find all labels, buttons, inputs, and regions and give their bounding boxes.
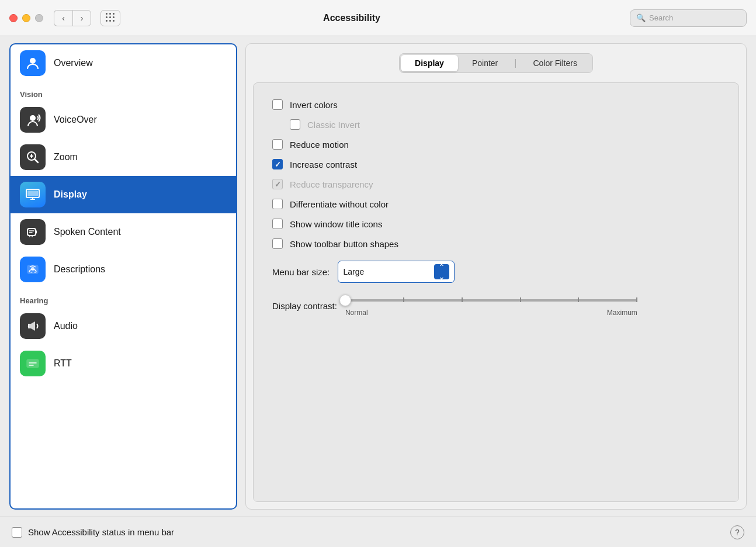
menu-bar-size-value: Large bbox=[343, 267, 434, 276]
differentiate-color-label: Differentiate without color bbox=[290, 199, 389, 209]
overview-icon bbox=[20, 50, 46, 76]
minimize-button[interactable] bbox=[22, 14, 30, 22]
classic-invert-row: Classic Invert bbox=[290, 119, 720, 130]
contrast-slider-container: Normal Maximum bbox=[345, 295, 637, 317]
sidebar-voiceover-label: VoiceOver bbox=[54, 115, 97, 125]
svg-rect-9 bbox=[27, 191, 38, 196]
voiceover-icon bbox=[20, 107, 46, 133]
tick bbox=[462, 297, 463, 302]
rtt-icon bbox=[20, 351, 46, 376]
show-toolbar-shapes-checkbox[interactable] bbox=[272, 238, 283, 249]
sidebar: Overview Vision VoiceOver bbox=[9, 43, 237, 510]
checkmark-icon: ✓ bbox=[275, 160, 281, 169]
svg-rect-18 bbox=[27, 359, 39, 368]
tabs-container: Display Pointer | Color Filters bbox=[246, 44, 746, 78]
dropdown-arrows-icon: ⌃⌄ bbox=[434, 264, 449, 279]
show-title-icons-checkbox[interactable] bbox=[272, 219, 283, 229]
slider-line bbox=[345, 299, 637, 302]
status-menu-bar-row: Show Accessibility status in menu bar bbox=[12, 527, 174, 538]
slider-min-label: Normal bbox=[345, 309, 368, 317]
page-title: Accessibility bbox=[81, 13, 623, 23]
svg-rect-10 bbox=[27, 229, 36, 236]
spoken-content-icon bbox=[20, 219, 46, 245]
slider-labels: Normal Maximum bbox=[345, 309, 637, 317]
reduce-transparency-label: Reduce transparency bbox=[290, 179, 373, 189]
right-panel: Display Pointer | Color Filters Invert c… bbox=[245, 43, 747, 510]
sidebar-display-label: Display bbox=[54, 189, 87, 200]
vision-section-header: Vision bbox=[11, 82, 236, 101]
display-icon bbox=[20, 182, 46, 207]
fullscreen-button[interactable] bbox=[35, 14, 43, 22]
sidebar-item-descriptions[interactable]: " " Descriptions bbox=[11, 251, 236, 288]
status-menu-bar-label: Show Accessibility status in menu bar bbox=[28, 527, 174, 537]
slider-ticks bbox=[345, 299, 637, 302]
sidebar-item-audio[interactable]: Audio bbox=[11, 307, 236, 345]
sidebar-item-spoken-content[interactable]: Spoken Content bbox=[11, 213, 236, 251]
svg-point-1 bbox=[30, 115, 36, 121]
tick bbox=[520, 297, 521, 302]
classic-invert-checkbox[interactable] bbox=[290, 119, 300, 130]
tick bbox=[578, 297, 579, 302]
differentiate-color-checkbox[interactable] bbox=[272, 199, 283, 209]
sidebar-audio-label: Audio bbox=[54, 321, 78, 331]
contrast-label: Display contrast: bbox=[272, 301, 337, 311]
reduce-motion-row: Reduce motion bbox=[272, 139, 720, 150]
differentiate-color-row: Differentiate without color bbox=[272, 199, 720, 209]
tab-group: Display Pointer | Color Filters bbox=[399, 53, 593, 73]
tab-display[interactable]: Display bbox=[401, 55, 458, 71]
bottom-bar: Show Accessibility status in menu bar ? bbox=[0, 517, 756, 547]
svg-text:": " bbox=[34, 271, 36, 276]
content-area: Invert colors Classic Invert Reduce moti… bbox=[253, 82, 739, 502]
audio-icon bbox=[20, 313, 46, 339]
close-button[interactable] bbox=[9, 14, 18, 22]
tick bbox=[403, 297, 404, 302]
sidebar-item-zoom[interactable]: Zoom bbox=[11, 139, 236, 176]
reduce-transparency-checkbox[interactable]: ✓ bbox=[272, 179, 283, 189]
show-title-icons-label: Show window title icons bbox=[290, 219, 382, 229]
search-placeholder: Search bbox=[649, 13, 673, 22]
help-button[interactable]: ? bbox=[730, 525, 744, 539]
sidebar-overview-label: Overview bbox=[54, 58, 93, 68]
zoom-icon bbox=[20, 144, 46, 170]
search-icon: 🔍 bbox=[636, 13, 646, 22]
descriptions-icon: " " bbox=[20, 257, 46, 282]
increase-contrast-checkbox[interactable]: ✓ bbox=[272, 159, 283, 169]
menu-bar-size-label: Menu bar size: bbox=[272, 267, 330, 277]
sidebar-item-display[interactable]: Display bbox=[11, 176, 236, 213]
menu-bar-size-dropdown[interactable]: Large ⌃⌄ bbox=[338, 261, 455, 283]
show-toolbar-shapes-row: Show toolbar button shapes bbox=[272, 238, 720, 249]
invert-colors-label: Invert colors bbox=[290, 100, 338, 110]
svg-text:": " bbox=[30, 271, 33, 276]
sidebar-spoken-label: Spoken Content bbox=[54, 227, 121, 237]
contrast-slider-track[interactable] bbox=[345, 295, 637, 306]
sidebar-item-overview[interactable]: Overview bbox=[11, 44, 236, 82]
svg-marker-17 bbox=[28, 321, 35, 331]
slider-max-label: Maximum bbox=[607, 309, 637, 317]
hearing-section-header: Hearing bbox=[11, 288, 236, 307]
slider-thumb[interactable] bbox=[339, 295, 351, 306]
back-button[interactable]: ‹ bbox=[54, 10, 72, 26]
traffic-lights bbox=[9, 14, 43, 22]
contrast-row: Display contrast: bbox=[272, 295, 720, 317]
tab-pointer[interactable]: Pointer bbox=[458, 55, 512, 71]
increase-contrast-row: ✓ Increase contrast bbox=[272, 159, 720, 169]
reduce-motion-checkbox[interactable] bbox=[272, 139, 283, 150]
search-bar[interactable]: 🔍 Search bbox=[630, 9, 747, 27]
svg-point-0 bbox=[30, 58, 36, 64]
checkmark-disabled-icon: ✓ bbox=[275, 180, 281, 189]
main-content: Overview Vision VoiceOver bbox=[0, 36, 756, 517]
titlebar: ‹ › Accessibility 🔍 Search bbox=[0, 0, 756, 36]
svg-line-3 bbox=[35, 160, 39, 163]
invert-colors-row: Invert colors bbox=[272, 99, 720, 110]
tab-separator: | bbox=[514, 55, 516, 71]
tab-color-filters[interactable]: Color Filters bbox=[519, 55, 591, 71]
status-menu-bar-checkbox[interactable] bbox=[12, 527, 22, 538]
sidebar-item-voiceover[interactable]: VoiceOver bbox=[11, 101, 236, 139]
menu-bar-size-row: Menu bar size: Large ⌃⌄ bbox=[272, 261, 720, 283]
sidebar-item-rtt[interactable]: RTT bbox=[11, 345, 236, 382]
invert-colors-checkbox[interactable] bbox=[272, 99, 283, 110]
tick bbox=[636, 297, 637, 302]
show-toolbar-shapes-label: Show toolbar button shapes bbox=[290, 239, 398, 249]
increase-contrast-label: Increase contrast bbox=[290, 160, 357, 169]
sidebar-zoom-label: Zoom bbox=[54, 152, 78, 162]
